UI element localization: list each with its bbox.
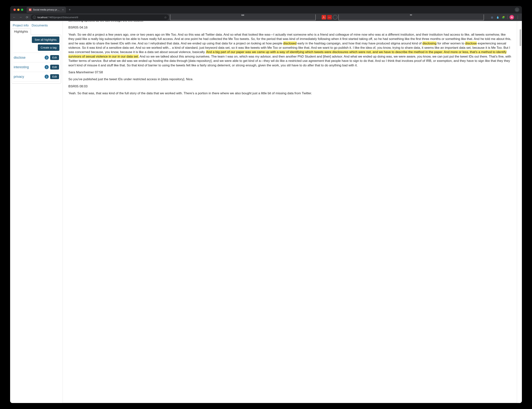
highlights-panel: See all highlights Create a tag disclose… — [12, 35, 61, 84]
extension-icon-mendeley[interactable]: ⋯ — [327, 15, 332, 19]
highlight-disclosing[interactable]: disclosing — [423, 41, 436, 45]
maximize-window-button[interactable] — [21, 9, 23, 11]
tag-link-disclose[interactable]: disclose — [14, 56, 43, 60]
paragraph: So you've published just the tweet IDs u… — [68, 77, 511, 81]
browser-window: ◧ Social media privacy project p × + ⌄ ←… — [10, 6, 522, 403]
highlight-disclose[interactable]: disclose — [465, 41, 477, 45]
tag-link-interesting[interactable]: interesting — [14, 65, 43, 69]
reload-button[interactable]: ⟳ — [24, 15, 30, 20]
browser-toolbar: ← → ⟳ i localhost:7465/project/3/documen… — [10, 13, 522, 21]
site-info-icon[interactable]: i — [33, 16, 36, 19]
speaker-timestamp: BSR05 04:16 — [68, 25, 511, 30]
tag-row: interesting 1 Edit — [13, 62, 59, 72]
paragraph: something specific as we talk through th… — [68, 21, 511, 23]
tab-strip: ◧ Social media privacy project p × + ⌄ — [10, 6, 522, 13]
tag-edit-button[interactable]: Edit — [50, 74, 59, 79]
tag-edit-button[interactable]: Edit — [50, 55, 59, 60]
see-all-highlights-button[interactable]: See all highlights — [32, 37, 59, 43]
sidebar-nav: Project info Documents — [12, 23, 61, 28]
tag-row: privacy 1 Edit — [13, 72, 59, 82]
toolbar-divider — [507, 15, 508, 19]
tag-link-privacy[interactable]: privacy — [14, 75, 43, 79]
window-controls — [12, 9, 25, 11]
paragraph: Yeah. So we did a project a few years ag… — [68, 32, 511, 67]
document-body: something specific as we talk through th… — [63, 21, 517, 403]
vertical-scrollbar[interactable] — [519, 21, 522, 403]
extension-icon-1[interactable]: ▤ — [170, 14, 316, 20]
tag-count: 3 — [45, 56, 49, 60]
url-text: localhost:7465/project/3/document/9 — [37, 16, 78, 19]
highlight-disclosed[interactable]: disclosed — [283, 41, 297, 45]
tag-edit-button[interactable]: Edit — [50, 65, 59, 70]
address-bar[interactable]: i localhost:7465/project/3/document/9 ☆ — [31, 14, 169, 20]
scrollbar-thumb[interactable] — [520, 29, 521, 46]
close-window-button[interactable] — [13, 9, 16, 11]
profile-avatar[interactable]: N — [510, 15, 514, 19]
tag-row: disclose 3 Edit — [13, 53, 59, 62]
extension-icon-pdf[interactable]: 人 — [322, 15, 326, 19]
speaker-timestamp: Sara Mannheimer 07:58 — [68, 70, 511, 74]
tab-highlights[interactable]: Highlights — [11, 28, 31, 35]
create-tag-button[interactable]: Create a tag — [38, 44, 59, 51]
browser-menu-button[interactable]: ⋮ — [515, 15, 520, 20]
tab-title: Social media privacy project p — [33, 9, 61, 11]
tab-overflow-button[interactable]: ⌄ — [515, 8, 519, 12]
extension-icon-circle[interactable] — [333, 15, 337, 19]
page-viewport: Project info Documents Highlights See al… — [10, 21, 522, 403]
extensions-button[interactable]: 🧩 — [501, 15, 505, 19]
browser-tab[interactable]: ◧ Social media privacy project p × — [27, 7, 66, 13]
tag-count: 1 — [45, 65, 49, 69]
back-button[interactable]: ← — [12, 15, 17, 20]
tag-count: 1 — [45, 74, 49, 79]
nav-documents[interactable]: Documents — [32, 24, 48, 27]
extension-icon-drop[interactable]: 💧 — [496, 15, 500, 19]
nav-project-info[interactable]: Project info — [13, 24, 29, 27]
bookmark-star-icon[interactable]: ☆ — [164, 16, 167, 19]
paragraph: Yeah. So that was, that was kind of the … — [68, 91, 511, 95]
forward-button[interactable]: → — [18, 15, 23, 20]
tab-close-icon[interactable]: × — [62, 8, 64, 11]
extension-icon-doc[interactable]: 🗎 — [339, 14, 484, 20]
new-tab-button[interactable]: + — [67, 7, 72, 12]
minimize-window-button[interactable] — [17, 9, 19, 11]
tab-favicon: ◧ — [29, 9, 31, 11]
extension-icon-search[interactable]: ◎ — [490, 15, 494, 19]
speaker-timestamp: BSR05 08:03 — [68, 84, 511, 88]
sidebar: Project info Documents Highlights See al… — [10, 21, 63, 403]
